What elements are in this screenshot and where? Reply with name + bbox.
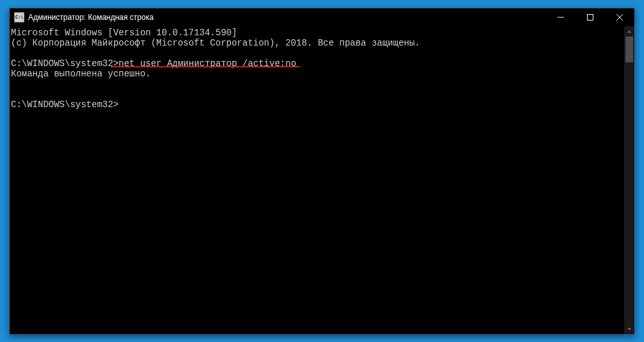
titlebar[interactable]: C:\ Администратор: Командная строка: [10, 8, 634, 26]
scroll-thumb[interactable]: [625, 37, 633, 62]
window-title: Администратор: Командная строка: [28, 13, 546, 22]
console-prompt: C:\WINDOWS\system32>: [11, 99, 119, 110]
console-line: (c) Корпорация Майкрософт (Microsoft Cor…: [11, 38, 420, 48]
window-controls: [546, 8, 634, 26]
close-icon: [616, 14, 623, 21]
svg-marker-5: [627, 328, 631, 330]
console-prompt: C:\WINDOWS\system32>: [11, 58, 119, 69]
maximize-button[interactable]: [575, 8, 605, 26]
maximize-icon: [587, 14, 593, 21]
svg-rect-1: [588, 15, 593, 21]
close-button[interactable]: [605, 8, 634, 26]
vertical-scrollbar[interactable]: [624, 26, 634, 334]
chevron-up-icon: [627, 29, 632, 34]
console-area[interactable]: Microsoft Windows [Version 10.0.17134.59…: [10, 26, 634, 334]
scroll-down-button[interactable]: [624, 324, 634, 334]
minimize-icon: [557, 14, 564, 21]
svg-marker-4: [627, 30, 631, 33]
cmd-icon-label: C:\: [15, 15, 24, 20]
console-line: Команда выполнена успешно.: [11, 69, 151, 79]
console-line: Microsoft Windows [Version 10.0.17134.59…: [11, 28, 237, 38]
cmd-icon: C:\: [14, 12, 24, 22]
console-text[interactable]: Microsoft Windows [Version 10.0.17134.59…: [10, 26, 624, 334]
highlight-underline: [111, 66, 300, 67]
command-prompt-window: C:\ Администратор: Командная строка Micr…: [9, 8, 635, 335]
minimize-button[interactable]: [546, 8, 575, 26]
chevron-down-icon: [627, 327, 632, 332]
scroll-up-button[interactable]: [624, 26, 634, 37]
